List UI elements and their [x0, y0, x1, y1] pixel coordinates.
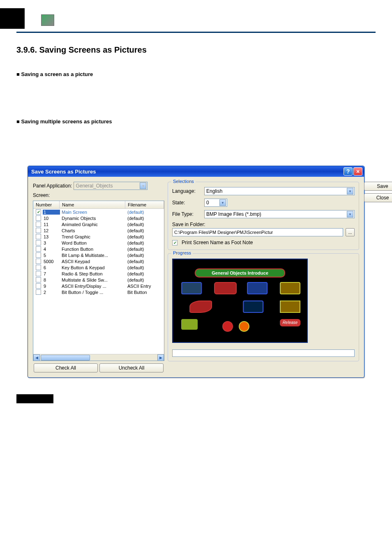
progress-legend: Progress — [171, 250, 193, 255]
row-name: Function Button — [60, 247, 126, 252]
selections-group: Selections Language: English ▼ State: 0 … — [168, 182, 359, 250]
check-all-button[interactable]: Check All — [34, 363, 98, 372]
table-row[interactable]: 7Radio & Step Button(default) — [33, 271, 164, 277]
row-name: Dynamic Objects — [60, 216, 126, 221]
row-checkbox[interactable] — [36, 271, 41, 276]
row-number: 7 — [43, 271, 60, 276]
row-name: Radio & Step Button — [60, 271, 126, 276]
row-number: 10 — [43, 216, 60, 221]
row-filename: (default) — [126, 253, 164, 258]
row-name: Key Button & Keypad — [60, 265, 126, 270]
scroll-thumb[interactable] — [41, 355, 90, 361]
row-checkbox[interactable] — [36, 215, 41, 221]
row-filename: (default) — [126, 228, 164, 233]
table-row[interactable]: 4Function Button(default) — [33, 246, 164, 252]
footer-black-block — [16, 394, 53, 403]
table-row[interactable]: 1Main Screen(default) — [33, 209, 164, 215]
table-row[interactable]: 2Bit Button / Toggle ...Bit Button — [33, 289, 164, 295]
row-checkbox[interactable] — [36, 289, 41, 295]
save-button[interactable]: Save — [364, 182, 392, 191]
row-checkbox[interactable] — [36, 240, 41, 245]
app-icon — [41, 14, 54, 26]
table-row[interactable]: 6Key Button & Keypad(default) — [33, 264, 164, 271]
row-checkbox[interactable] — [36, 252, 41, 258]
row-filename: (default) — [126, 210, 164, 215]
footnote-label: Print Screen Name as Foot Note — [182, 240, 253, 245]
row-name: Bit Lamp & Multistate... — [60, 253, 126, 258]
row-filename: (default) — [126, 216, 164, 221]
browse-button[interactable]: ... — [346, 228, 355, 236]
row-number: 3 — [43, 240, 60, 245]
panel-app-label: Panel Application: — [33, 183, 72, 189]
row-name: Word Button — [60, 240, 126, 245]
col-number[interactable]: Number — [33, 201, 60, 208]
header-rule — [16, 8, 376, 33]
table-row[interactable]: 8Multistate & Slide Sw...(default) — [33, 277, 164, 283]
row-number: 9 — [43, 284, 60, 289]
chevron-down-icon: ▼ — [347, 188, 353, 194]
row-name: ASCII Keypad — [60, 259, 126, 264]
table-row[interactable]: 13Trend Graphic(default) — [33, 234, 164, 240]
panel-app-value: General_Objects — [76, 183, 113, 189]
close-button[interactable]: Close — [364, 193, 392, 202]
row-checkbox[interactable] — [36, 246, 41, 252]
row-filename: (default) — [126, 271, 164, 276]
row-name: Charts — [60, 228, 126, 233]
row-checkbox[interactable] — [36, 277, 41, 282]
preview-banner: General Objects Introduce — [195, 268, 285, 278]
row-number: 4 — [43, 247, 60, 252]
progress-group: Progress General Objects Introduce — [168, 253, 359, 361]
row-filename: (default) — [126, 265, 164, 270]
uncheck-all-button[interactable]: Uncheck All — [99, 363, 164, 372]
row-filename: (default) — [126, 259, 164, 264]
col-filename[interactable]: Filename — [125, 201, 164, 208]
table-row[interactable]: 5000ASCII Keypad(default) — [33, 258, 164, 264]
folder-input[interactable]: C:\Program Files\PM Designer\PMJ\ScreenP… — [172, 228, 343, 236]
row-checkbox[interactable] — [36, 283, 41, 289]
subsection-2: ■ Saving multiple screens as pictures — [16, 118, 376, 125]
folder-value: C:\Program Files\PM Designer\PMJ\ScreenP… — [174, 230, 273, 235]
table-row[interactable]: 12Charts(default) — [33, 227, 164, 234]
row-number: 5000 — [43, 259, 60, 264]
table-row[interactable]: 11Animated Graphic(default) — [33, 221, 164, 227]
table-row[interactable]: 10Dynamic Objects(default) — [33, 215, 164, 221]
selections-legend: Selections — [171, 179, 196, 184]
state-value: 0 — [206, 200, 209, 206]
chevron-down-icon: ▼ — [140, 183, 146, 189]
filetype-combo[interactable]: BMP Image Files (*.bmp) ▼ — [204, 210, 355, 218]
row-number: 1 — [43, 210, 60, 215]
row-number: 8 — [43, 278, 60, 282]
table-row[interactable]: 5Bit Lamp & Multistate...(default) — [33, 252, 164, 258]
scroll-right-icon[interactable]: ▶ — [157, 354, 164, 361]
chevron-down-icon: ▼ — [347, 211, 353, 217]
row-checkbox[interactable] — [36, 228, 41, 233]
language-label: Language: — [172, 188, 202, 194]
horizontal-scrollbar[interactable]: ◀ ▶ — [33, 354, 164, 361]
state-combo[interactable]: 0 ▼ — [204, 199, 227, 207]
screen-listview[interactable]: Number Name Filename 1Main Screen(defaul… — [33, 201, 164, 361]
row-name: Animated Graphic — [60, 222, 126, 227]
row-checkbox[interactable] — [36, 234, 41, 239]
table-row[interactable]: 3Word Button(default) — [33, 240, 164, 246]
col-name[interactable]: Name — [60, 201, 125, 208]
footnote-checkbox[interactable] — [172, 240, 178, 245]
row-name: ASCII Entry/Display ... — [60, 284, 126, 289]
row-checkbox[interactable] — [36, 209, 41, 215]
save-screens-dialog: Save Screens as Pictures ? × Panel Appli… — [28, 166, 364, 378]
titlebar[interactable]: Save Screens as Pictures ? × — [28, 166, 364, 177]
help-button[interactable]: ? — [344, 167, 353, 176]
table-row[interactable]: 9ASCII Entry/Display ...ASCII Entry — [33, 283, 164, 289]
folder-label: Save in Folder: — [172, 222, 205, 227]
scroll-left-icon[interactable]: ◀ — [33, 354, 40, 361]
row-checkbox[interactable] — [36, 259, 41, 264]
panel-app-combo[interactable]: General_Objects ▼ — [74, 182, 148, 190]
row-name: Multistate & Slide Sw... — [60, 278, 126, 282]
language-value: English — [206, 188, 222, 194]
row-checkbox[interactable] — [36, 222, 41, 227]
row-name: Main Screen — [60, 210, 126, 215]
row-checkbox[interactable] — [36, 265, 41, 270]
close-x-button[interactable]: × — [353, 167, 362, 176]
row-number: 11 — [43, 222, 60, 227]
language-combo[interactable]: English ▼ — [204, 187, 355, 195]
row-number: 13 — [43, 234, 60, 239]
